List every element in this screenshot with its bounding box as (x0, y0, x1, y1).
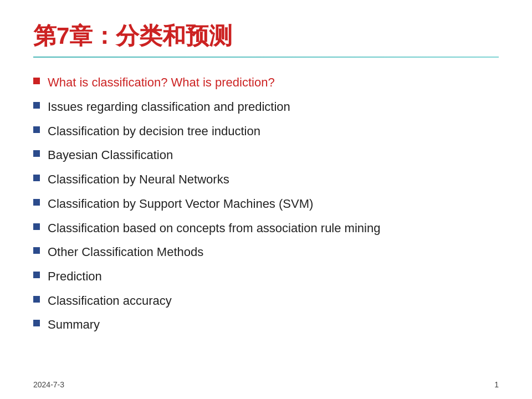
bullet-item-9: Classification accuracy (33, 293, 499, 309)
title-section: 第7章：分类和预测 (33, 22, 499, 58)
bullet-text-7: Other Classification Methods (48, 244, 499, 260)
title-divider (33, 57, 499, 58)
bullet-text-9: Classification accuracy (48, 293, 499, 309)
bullet-icon-9 (33, 296, 40, 303)
bullet-item-4: Classification by Neural Networks (33, 171, 499, 188)
bullet-icon-7 (33, 247, 40, 254)
slide-container: 第7章：分类和预测 What is classification? What i… (0, 0, 532, 399)
bullet-item-3: Bayesian Classification (33, 147, 499, 163)
bullet-text-8: Prediction (48, 268, 499, 285)
footer-page: 1 (494, 380, 499, 389)
bullet-list: What is classification? What is predicti… (33, 74, 499, 333)
bullet-icon-4 (33, 175, 40, 181)
slide-footer: 2024-7-3 1 (33, 380, 499, 389)
bullet-text-2: Classification by decision tree inductio… (48, 123, 499, 140)
bullet-item-8: Prediction (33, 268, 499, 285)
bullet-text-4: Classification by Neural Networks (48, 171, 499, 188)
bullet-item-1: Issues regarding classification and pred… (33, 99, 499, 115)
bullet-item-2: Classification by decision tree inductio… (33, 123, 499, 140)
bullet-icon-0 (33, 78, 40, 84)
bullet-text-0: What is classification? What is predicti… (48, 74, 499, 91)
bullet-text-6: Classification based on concepts from as… (48, 220, 499, 237)
bullet-icon-6 (33, 223, 40, 230)
bullet-text-5: Classification by Support Vector Machine… (48, 196, 499, 212)
bullet-item-7: Other Classification Methods (33, 244, 499, 260)
bullet-icon-8 (33, 272, 40, 278)
bullet-icon-3 (33, 150, 40, 157)
bullet-item-6: Classification based on concepts from as… (33, 220, 499, 237)
bullet-item-10: Summary (33, 316, 499, 333)
bullet-text-1: Issues regarding classification and pred… (48, 99, 499, 115)
footer-date: 2024-7-3 (33, 380, 64, 389)
bullet-icon-10 (33, 320, 40, 326)
bullet-icon-1 (33, 102, 40, 109)
bullet-icon-2 (33, 126, 40, 133)
bullet-text-10: Summary (48, 316, 499, 333)
bullet-icon-5 (33, 199, 40, 206)
bullet-item-5: Classification by Support Vector Machine… (33, 196, 499, 212)
bullet-text-3: Bayesian Classification (48, 147, 499, 163)
bullet-item-0: What is classification? What is predicti… (33, 74, 499, 91)
slide-title: 第7章：分类和预测 (33, 22, 499, 50)
